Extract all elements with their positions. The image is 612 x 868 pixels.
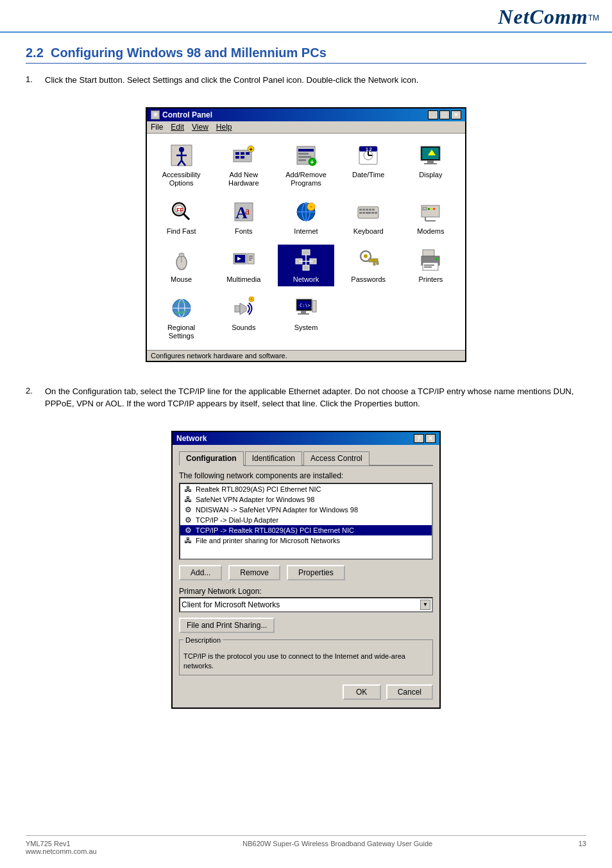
- network-components-list[interactable]: 🖧 Realtek RTL8029(AS) PCI Ethernet NIC 🖧…: [179, 483, 433, 560]
- close-button[interactable]: ✕: [451, 110, 461, 119]
- svg-rect-55: [371, 212, 374, 214]
- printers-label: Printers: [418, 275, 443, 284]
- tab-access-control[interactable]: Access Control: [303, 451, 370, 466]
- svg-rect-105: [298, 313, 309, 315]
- cp-icon-add-hardware[interactable]: + Add NewHardware: [216, 140, 271, 190]
- cp-icon-sounds[interactable]: Sounds: [216, 293, 271, 343]
- net-icon-safenet: 🖧: [183, 495, 193, 504]
- footer-center-text: NB620W Super-G Wireless Broadband Gatewa…: [242, 840, 432, 847]
- menu-view[interactable]: View: [192, 123, 208, 132]
- add-hardware-label: Add NewHardware: [228, 171, 259, 187]
- net-label-tcpip-dial: TCP/IP -> Dial-Up Adapter: [196, 516, 278, 524]
- titlebar-icon: ⊞: [151, 110, 160, 119]
- mouse-icon: [169, 247, 194, 273]
- svg-rect-60: [430, 208, 432, 210]
- net-item-ndiswan[interactable]: ⚙ NDISWAN -> SafeNet VPN Adapter for Win…: [180, 505, 432, 515]
- svg-rect-18: [298, 159, 306, 161]
- svg-rect-9: [241, 152, 244, 155]
- svg-rect-17: [298, 156, 311, 158]
- footer-center: NB620W Super-G Wireless Broadband Gatewa…: [242, 840, 432, 855]
- net-icon-tcpip-dial: ⚙: [183, 516, 193, 525]
- cp-icon-modems[interactable]: Modems: [403, 196, 459, 238]
- findfast-label: Find Fast: [167, 227, 196, 236]
- net-item-tcpip-dial[interactable]: ⚙ TCP/IP -> Dial-Up Adapter: [180, 515, 432, 525]
- add-component-button[interactable]: Add...: [179, 565, 222, 580]
- datetime-label: Date/Time: [352, 171, 384, 179]
- description-text: TCP/IP is the protocol you use to connec…: [183, 652, 429, 672]
- network-icon: [293, 247, 319, 273]
- cp-icon-fonts[interactable]: A a Fonts: [216, 196, 271, 238]
- cp-icon-network[interactable]: Network: [278, 245, 334, 286]
- svg-point-1: [179, 147, 184, 152]
- step-2-block: 2. On the Configuration tab, select the …: [26, 385, 586, 717]
- svg-rect-15: [298, 149, 314, 152]
- cp-icon-printers[interactable]: Printers: [403, 245, 459, 286]
- cp-icon-accessibility[interactable]: AccessibilityOptions: [153, 140, 209, 190]
- svg-point-67: [180, 254, 183, 256]
- svg-rect-72: [249, 256, 253, 257]
- section-title: Configuring Windows 98 and Millennium PC…: [51, 46, 327, 60]
- menu-edit[interactable]: Edit: [171, 123, 184, 132]
- add-remove-icon: +: [293, 143, 319, 168]
- cp-icon-passwords[interactable]: Passwords: [341, 245, 396, 286]
- cp-icon-datetime[interactable]: 1 2 Date/Time: [341, 140, 396, 190]
- control-panel-titlebar: ⊞ Control Panel _ □ ✕: [147, 108, 465, 121]
- net-icon-ndiswan: ⚙: [183, 505, 193, 514]
- control-panel-statusbar: Configures network hardware and software…: [147, 350, 465, 361]
- logo-tm: TM: [588, 13, 599, 22]
- control-panel-title: Control Panel: [162, 110, 212, 119]
- svg-rect-30: [424, 163, 437, 164]
- minimize-button[interactable]: _: [428, 110, 438, 119]
- network-label: Network: [293, 275, 319, 284]
- dropdown-arrow-icon[interactable]: ▼: [420, 600, 430, 610]
- tab-identification[interactable]: Identification: [245, 451, 302, 466]
- footer-left: YML725 Rev1 www.netcomm.com.au: [26, 840, 97, 855]
- cp-icon-keyboard[interactable]: Keyboard: [341, 196, 396, 238]
- properties-button[interactable]: Properties: [287, 565, 345, 580]
- titlebar-buttons[interactable]: _ □ ✕: [428, 110, 461, 119]
- menu-file[interactable]: File: [151, 123, 163, 132]
- cp-icon-add-remove[interactable]: + Add/RemovePrograms: [278, 140, 334, 190]
- control-panel-menubar: File Edit View Help: [147, 121, 465, 134]
- net-label-tcpip-realtek: TCP/IP -> Realtek RTL8029(AS) PCI Ethern…: [196, 526, 354, 534]
- net-item-file-print[interactable]: 🖧 File and printer sharing for Microsoft…: [180, 535, 432, 546]
- ok-button[interactable]: OK: [343, 684, 381, 700]
- net-item-safenet[interactable]: 🖧 SafeNet VPN Adapter for Windows 98: [180, 494, 432, 505]
- accessibility-icon: [169, 143, 194, 168]
- svg-text:a: a: [245, 205, 250, 216]
- logon-dropdown[interactable]: Client for Microsoft Networks ▼: [179, 597, 433, 612]
- cp-icon-display[interactable]: Display: [403, 140, 459, 190]
- cp-icon-regional[interactable]: RegionalSettings: [153, 293, 209, 343]
- remove-component-button[interactable]: Remove: [228, 565, 280, 580]
- file-and-print-sharing-button[interactable]: File and Print Sharing...: [179, 618, 275, 633]
- description-title: Description: [183, 636, 223, 644]
- svg-rect-47: [359, 209, 362, 211]
- findfast-icon: FF: [169, 199, 194, 225]
- svg-rect-59: [428, 208, 430, 210]
- display-label: Display: [419, 171, 442, 179]
- svg-rect-96: [235, 306, 240, 312]
- maximize-button[interactable]: □: [439, 110, 450, 119]
- network-close-button[interactable]: ✕: [425, 434, 436, 443]
- svg-rect-54: [366, 212, 371, 214]
- cp-icon-mouse[interactable]: Mouse: [153, 245, 209, 286]
- svg-rect-58: [423, 207, 427, 210]
- logon-label: Primary Network Logon:: [179, 587, 433, 596]
- printers-icon: [418, 247, 443, 273]
- tab-configuration[interactable]: Configuration: [179, 451, 244, 466]
- cp-icon-internet[interactable]: Internet: [278, 196, 334, 238]
- section-heading: 2.2 Configuring Windows 98 and Millenniu…: [26, 46, 586, 64]
- cp-icon-system[interactable]: C:\>_ System: [278, 293, 334, 343]
- svg-rect-106: [312, 300, 316, 312]
- net-item-realtek[interactable]: 🖧 Realtek RTL8029(AS) PCI Ethernet NIC: [180, 484, 432, 494]
- svg-line-34: [183, 214, 189, 220]
- net-item-tcpip-realtek[interactable]: ⚙ TCP/IP -> Realtek RTL8029(AS) PCI Ethe…: [180, 525, 432, 535]
- cancel-button[interactable]: Cancel: [386, 684, 433, 700]
- network-help-button[interactable]: ?: [414, 434, 424, 443]
- menu-help[interactable]: Help: [216, 123, 232, 132]
- cp-icon-multimedia[interactable]: Multimedia: [216, 245, 271, 286]
- svg-rect-29: [427, 161, 434, 163]
- cp-icon-findfast[interactable]: FF Find Fast: [153, 196, 209, 238]
- svg-rect-49: [366, 209, 368, 211]
- network-dialog-title: Network: [176, 434, 207, 443]
